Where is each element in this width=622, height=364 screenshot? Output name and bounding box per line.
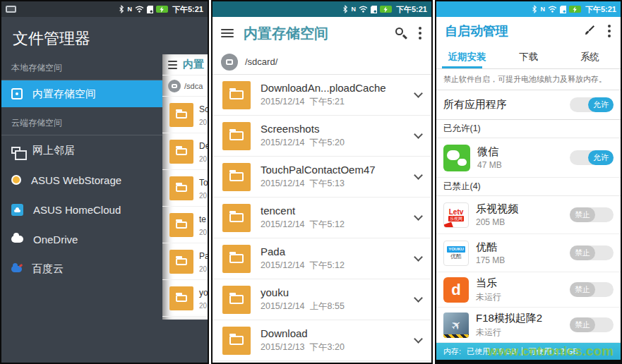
list-item[interactable]: te20 xyxy=(162,207,209,243)
toggle-state-label: 允许 xyxy=(588,150,614,165)
blocked-section-header: 已禁止(4) xyxy=(436,178,621,196)
app-name: 当乐 xyxy=(476,277,563,290)
folder-icon xyxy=(222,327,251,355)
file-name: tencent xyxy=(261,205,405,217)
asus-webstorage-icon xyxy=(11,175,21,185)
chevron-down-icon[interactable] xyxy=(414,253,423,262)
chevron-down-icon[interactable] xyxy=(414,293,423,303)
chevron-down-icon[interactable] xyxy=(414,212,423,221)
app-bar: 内置存储空间 xyxy=(213,17,431,49)
baidu-cloud-icon xyxy=(11,266,22,272)
sidebar-item-label: 百度云 xyxy=(32,262,64,276)
menu-icon[interactable] xyxy=(168,61,177,69)
list-item[interactable]: Sc20 xyxy=(162,97,209,133)
file-row[interactable]: youku2015/12/14 上午8:55 xyxy=(213,279,431,320)
app-size: 47 MB xyxy=(477,160,563,170)
toggle-state-label: 允许 xyxy=(588,97,614,112)
chevron-down-icon[interactable] xyxy=(414,334,423,344)
youku-toggle[interactable]: 禁止 xyxy=(570,245,614,260)
tab-recent-install[interactable]: 近期安装 xyxy=(436,45,498,68)
list-item[interactable]: Pa20 xyxy=(162,243,209,280)
app-name: F18模拟起降2 xyxy=(476,312,563,325)
toggle-state-label: 禁止 xyxy=(570,207,595,222)
local-storage-section-label: 本地存储空间 xyxy=(1,52,162,80)
all-apps-toggle[interactable]: 允许 xyxy=(570,97,614,112)
list-item[interactable]: yo20 xyxy=(162,280,209,317)
overflow-menu-icon[interactable] xyxy=(606,23,612,39)
sidebar-item-asus-webstorage[interactable]: ASUS WebStorage xyxy=(1,165,162,195)
peek-path-bar: /sdca xyxy=(162,75,209,97)
file-row[interactable]: TouchPalContactOem472015/12/14 下午5:13 xyxy=(213,157,431,198)
sidebar-item-internal-storage[interactable]: 内置存储空间 xyxy=(1,80,162,107)
chevron-down-icon[interactable] xyxy=(414,130,423,139)
hint-text: 禁止软件自启，可提升电池续航力及释放内存。 xyxy=(436,69,621,90)
file-name: Download xyxy=(261,327,405,339)
file-name: DownloadAn...ploadCache xyxy=(261,82,405,94)
tab-system[interactable]: 系统 xyxy=(559,45,621,68)
wifi-icon xyxy=(135,6,144,13)
watermark-text: www.cntronics.com xyxy=(487,344,614,359)
sidebar-item-baidu-cloud[interactable]: 百度云 xyxy=(1,254,162,284)
f18-toggle[interactable]: 禁止 xyxy=(570,317,614,332)
app-name: 微信 xyxy=(477,145,563,159)
file-date: 2015/12/14 下午5:12 xyxy=(261,260,405,272)
autostart-manager-screen: N 下午5:21 自启动管理 近期安装 下载 系统 禁止软件自启，可提升电池续航… xyxy=(435,0,622,364)
menu-icon[interactable] xyxy=(221,29,234,37)
list-item[interactable]: De20 xyxy=(162,317,209,320)
file-row[interactable]: Download2015/12/13 下午3:20 xyxy=(213,320,431,361)
clock: 下午5:21 xyxy=(585,4,616,15)
path-bar[interactable]: /sdcard/ xyxy=(213,49,431,75)
youku-logo-text: YOUKU xyxy=(447,246,465,253)
letv-toggle[interactable]: 禁止 xyxy=(570,207,614,222)
sidebar-item-asus-homecloud[interactable]: ASUS HomeCloud xyxy=(1,195,162,224)
letv-logo-subtext: 乐视网 xyxy=(448,216,464,222)
page-title: 自启动管理 xyxy=(445,23,571,40)
battery-charging-icon xyxy=(156,6,168,13)
youku-logo-subtext: 优酷 xyxy=(450,253,462,260)
folder-icon xyxy=(222,204,251,232)
sdcard-icon xyxy=(371,6,377,13)
file-date: 20 xyxy=(199,229,207,236)
dangle-logo-text: d xyxy=(451,282,460,298)
bluetooth-icon xyxy=(119,5,124,13)
f18-game-icon: ✈ xyxy=(443,313,469,338)
file-name: De xyxy=(199,141,209,151)
folder-icon xyxy=(169,140,193,164)
sidebar-item-onedrive[interactable]: OneDrive xyxy=(1,224,162,254)
sdcard-path-icon xyxy=(168,80,181,92)
app-name: 乐视视频 xyxy=(476,202,563,216)
dangle-toggle[interactable]: 禁止 xyxy=(570,282,614,297)
clean-brush-icon[interactable] xyxy=(582,25,595,37)
sidebar-item-label: ASUS WebStorage xyxy=(31,174,121,186)
file-date: 20 xyxy=(199,265,207,273)
list-item[interactable]: De20 xyxy=(162,133,209,170)
file-row[interactable]: DownloadAn...ploadCache2015/12/14 下午5:21 xyxy=(213,75,431,116)
search-icon[interactable] xyxy=(395,27,407,40)
app-title: 文件管理器 xyxy=(1,17,162,52)
file-date: 2015/12/14 下午5:20 xyxy=(261,137,405,149)
file-row[interactable]: Pada2015/12/14 下午5:12 xyxy=(213,238,431,279)
screen-bottom-edge xyxy=(436,360,621,364)
chevron-down-icon[interactable] xyxy=(414,171,423,180)
file-name: yo xyxy=(199,288,208,298)
file-date: 20 xyxy=(199,155,207,163)
file-row[interactable]: tencent2015/12/14 下午5:12 xyxy=(213,198,431,238)
tab-download[interactable]: 下载 xyxy=(498,45,559,68)
file-date: 2015/12/14 下午5:21 xyxy=(261,96,405,108)
file-list-peek: 内置 /sdca Sc20 De20 To20 te20 xyxy=(162,54,209,320)
sidebar-item-network-places[interactable]: 网上邻居 xyxy=(1,135,162,165)
status-bar: N 下午5:21 xyxy=(213,1,431,17)
screenshot-notification-icon xyxy=(6,6,16,13)
overflow-menu-icon[interactable] xyxy=(417,25,423,41)
file-row[interactable]: Screenshots2015/12/14 下午5:20 xyxy=(213,116,431,157)
chevron-down-icon[interactable] xyxy=(414,89,423,98)
file-date: 2015/12/14 下午5:13 xyxy=(261,178,405,190)
app-status: 未运行 xyxy=(476,327,563,339)
list-item[interactable]: To20 xyxy=(162,170,209,207)
folder-icon xyxy=(222,245,251,273)
onedrive-icon xyxy=(11,236,23,243)
app-bar: 自启动管理 xyxy=(436,17,621,45)
wechat-toggle[interactable]: 允许 xyxy=(570,150,614,165)
file-date: 20 xyxy=(199,119,207,126)
nfc-icon: N xyxy=(351,6,356,13)
